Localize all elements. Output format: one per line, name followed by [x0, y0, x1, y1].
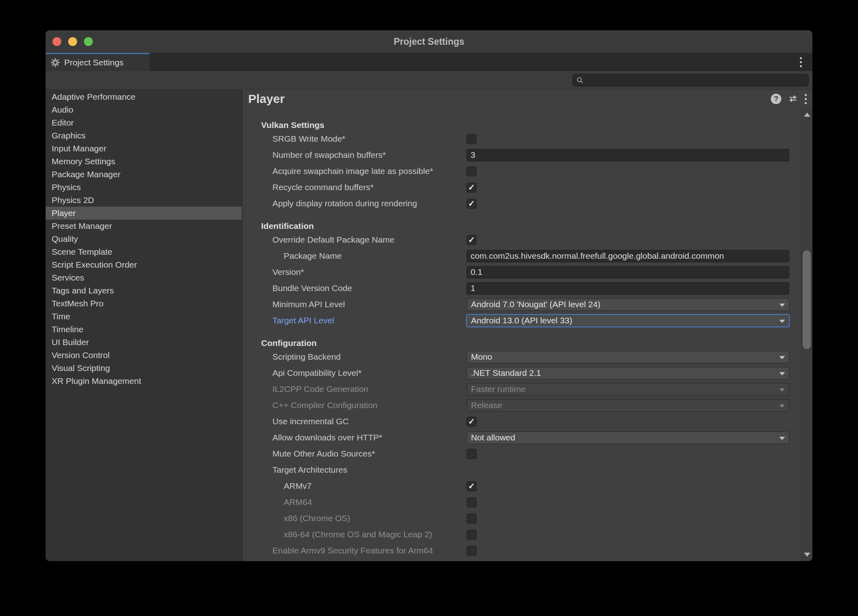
sidebar-item-timeline[interactable]: Timeline	[46, 323, 242, 336]
setting-row-version: Version*0.1	[243, 264, 801, 280]
chevron-down-icon	[779, 437, 785, 440]
sidebar-item-quality[interactable]: Quality	[46, 233, 242, 245]
setting-label: Acquire swapchain image late as possible…	[272, 166, 433, 176]
sidebar-item-ui-builder[interactable]: UI Builder	[46, 336, 242, 349]
setting-row-target-api-level: Target API LevelAndroid 13.0 (API level …	[243, 312, 801, 329]
text-field-bundle-version-code[interactable]: 1	[467, 282, 789, 295]
tab-strip: Project Settings	[46, 53, 812, 71]
page-title: Player	[248, 92, 285, 106]
scrollbar-thumb[interactable]	[803, 250, 811, 349]
dropdown-allow-downloads-over-http[interactable]: Not allowed	[467, 432, 789, 444]
presets-icon[interactable]	[788, 94, 798, 104]
vertical-scrollbar[interactable]	[801, 108, 812, 561]
close-button[interactable]	[52, 37, 61, 46]
scroll-zone: Vulkan SettingsSRGB Write Mode*Number of…	[243, 108, 812, 561]
setting-label: x86-64 (Chrome OS and Magic Leap 2)	[284, 530, 432, 539]
sidebar-item-player[interactable]: Player	[46, 207, 242, 220]
sidebar-item-physics[interactable]: Physics	[46, 181, 242, 194]
checkbox-armv7[interactable]: ✓	[467, 481, 477, 491]
sidebar-item-time[interactable]: Time	[46, 310, 242, 323]
setting-label: ARM64	[284, 497, 312, 507]
sidebar-item-memory-settings[interactable]: Memory Settings	[46, 155, 242, 168]
chevron-down-icon	[779, 388, 785, 392]
setting-label: Target Architectures	[272, 465, 347, 475]
checkbox-acquire-swapchain-image-late-as-possible[interactable]	[467, 166, 477, 176]
dropdown-scripting-backend[interactable]: Mono	[467, 351, 789, 363]
setting-label: Override Default Package Name	[272, 235, 394, 245]
sidebar-item-visual-scripting[interactable]: Visual Scripting	[46, 362, 242, 375]
setting-label: Apply display rotation during rendering	[272, 199, 417, 208]
sidebar-item-adaptive-performance[interactable]: Adaptive Performance	[46, 90, 242, 103]
checkbox-srgb-write-mode[interactable]	[467, 134, 477, 144]
traffic-lights	[52, 30, 93, 53]
checkbox-override-default-package-name[interactable]: ✓	[467, 235, 477, 245]
checkbox-x86-chrome-os[interactable]	[467, 513, 477, 524]
search-input[interactable]	[586, 76, 805, 85]
sidebar-item-services[interactable]: Services	[46, 271, 242, 284]
sidebar-item-textmesh-pro[interactable]: TextMesh Pro	[46, 297, 242, 310]
search-box[interactable]	[572, 74, 809, 86]
check-icon: ✓	[468, 482, 475, 490]
sidebar-item-xr-plugin-management[interactable]: XR Plugin Management	[46, 375, 242, 388]
dropdown-value: Mono	[471, 352, 492, 361]
checkbox-use-incremental-gc[interactable]: ✓	[467, 417, 477, 427]
kebab-menu-icon[interactable]	[805, 94, 807, 104]
checkbox-recycle-command-buffers[interactable]: ✓	[467, 182, 477, 193]
setting-row-bundle-version-code: Bundle Version Code1	[243, 280, 801, 296]
setting-row-override-default-package-name: Override Default Package Name✓	[243, 232, 801, 248]
setting-row-scripting-backend: Scripting BackendMono	[243, 349, 801, 365]
search-icon	[576, 77, 584, 84]
sidebar-item-tags-and-layers[interactable]: Tags and Layers	[46, 284, 242, 297]
setting-row-number-of-swapchain-buffers: Number of swapchain buffers*3	[243, 147, 801, 163]
dropdown-il2cpp-code-generation: Faster runtime	[467, 383, 789, 396]
setting-row-mute-other-audio-sources: Mute Other Audio Sources*	[243, 446, 801, 462]
dropdown-value: Release	[471, 400, 502, 410]
dropdown-c-compiler-configuration: Release	[467, 399, 789, 412]
text-field-version[interactable]: 0.1	[467, 266, 789, 279]
gear-icon	[51, 58, 60, 67]
setting-label: Package Name	[284, 251, 342, 261]
scroll-down-icon[interactable]	[804, 553, 810, 557]
setting-row-srgb-write-mode: SRGB Write Mode*	[243, 131, 801, 147]
sidebar-item-graphics[interactable]: Graphics	[46, 129, 242, 142]
dropdown-api-compatibility-level[interactable]: .NET Standard 2.1	[467, 367, 789, 379]
setting-label: Target API Level	[272, 316, 334, 325]
setting-label: Recycle command buffers*	[272, 182, 374, 192]
setting-label: Scripting Backend	[272, 352, 341, 362]
sidebar-item-version-control[interactable]: Version Control	[46, 349, 242, 362]
sidebar-item-scene-template[interactable]: Scene Template	[46, 245, 242, 258]
sidebar-item-package-manager[interactable]: Package Manager	[46, 168, 242, 181]
checkbox-enable-armv9-security-features-for-arm64[interactable]	[467, 546, 477, 556]
sidebar-item-script-execution-order[interactable]: Script Execution Order	[46, 258, 242, 271]
text-field-number-of-swapchain-buffers[interactable]: 3	[467, 149, 789, 161]
sidebar-item-input-manager[interactable]: Input Manager	[46, 142, 242, 155]
chevron-down-icon	[779, 356, 785, 359]
panel-header-icons: ?	[771, 90, 807, 108]
checkbox-x86-64-chrome-os-and-magic-leap-2[interactable]	[467, 530, 477, 540]
sidebar-item-audio[interactable]: Audio	[46, 103, 242, 116]
setting-row-apply-display-rotation-during-rendering: Apply display rotation during rendering✓	[243, 195, 801, 212]
zoom-button[interactable]	[84, 37, 93, 46]
setting-row-il2cpp-code-generation: IL2CPP Code GenerationFaster runtime	[243, 381, 801, 397]
sidebar-item-editor[interactable]: Editor	[46, 116, 242, 129]
dropdown-value: Faster runtime	[471, 384, 525, 394]
checkbox-mute-other-audio-sources[interactable]	[467, 449, 477, 459]
setting-row-api-compatibility-level: Api Compatibility Level*.NET Standard 2.…	[243, 365, 801, 381]
sidebar-item-preset-manager[interactable]: Preset Manager	[46, 220, 242, 233]
dropdown-minimum-api-level[interactable]: Android 7.0 'Nougat' (API level 24)	[467, 298, 789, 311]
sidebar-item-physics-2d[interactable]: Physics 2D	[46, 194, 242, 207]
text-field-package-name[interactable]: com.com2us.hivesdk.normal.freefull.googl…	[467, 250, 789, 262]
setting-row-enable-armv9-security-features-for-arm64: Enable Armv9 Security Features for Arm64	[243, 543, 801, 559]
main-split: Adaptive PerformanceAudioEditorGraphicsI…	[46, 90, 812, 561]
player-panel: Player ? Vulkan SettingsSRGB W	[242, 90, 812, 561]
help-icon[interactable]: ?	[771, 94, 781, 104]
scroll-up-icon[interactable]	[804, 113, 810, 117]
dropdown-target-api-level[interactable]: Android 13.0 (API level 33)	[467, 314, 789, 327]
setting-label: Version*	[272, 267, 304, 277]
minimize-button[interactable]	[68, 37, 77, 46]
checkbox-apply-display-rotation-during-rendering[interactable]: ✓	[467, 199, 477, 209]
kebab-menu-icon[interactable]	[800, 57, 802, 67]
titlebar[interactable]: Project Settings	[46, 30, 812, 53]
checkbox-arm64[interactable]	[467, 497, 477, 507]
tab-project-settings[interactable]: Project Settings	[46, 53, 150, 71]
